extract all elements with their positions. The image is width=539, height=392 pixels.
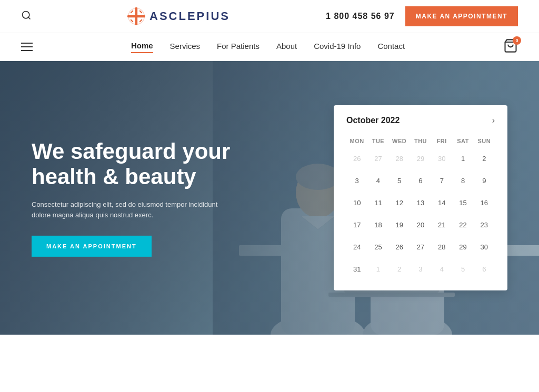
- calendar-day-number: 23: [477, 217, 492, 232]
- nav-links: Home Services For Patients About Covid-1…: [131, 41, 405, 53]
- calendar-day-number: 6: [413, 173, 428, 188]
- nav-home[interactable]: Home: [131, 41, 153, 53]
- calendar-day[interactable]: 8: [452, 169, 473, 192]
- day-sat: SAT: [452, 135, 473, 147]
- nav-services[interactable]: Services: [170, 42, 201, 53]
- calendar-day[interactable]: 15: [452, 192, 473, 214]
- calendar-day-number: 16: [477, 195, 492, 210]
- top-appointment-button[interactable]: MAKE AN APPOINTMENT: [405, 6, 518, 26]
- calendar-day-number: 11: [371, 195, 385, 210]
- calendar-day-number: 10: [350, 195, 364, 210]
- calendar-day[interactable]: 1: [367, 258, 388, 280]
- calendar-day[interactable]: 17: [346, 214, 367, 236]
- calendar-day[interactable]: 27: [367, 147, 388, 169]
- top-right: 1 800 458 56 97 MAKE AN APPOINTMENT: [326, 6, 518, 26]
- phone-number: 1 800 458 56 97: [326, 12, 395, 21]
- calendar-day[interactable]: 2: [389, 258, 410, 280]
- calendar-day-number: 4: [371, 173, 385, 188]
- hero-section: We safeguard your health & beauty Consec…: [0, 61, 539, 335]
- calendar-day-number: 25: [371, 239, 385, 254]
- calendar-day[interactable]: 3: [410, 258, 431, 280]
- hamburger-line: [21, 46, 33, 47]
- calendar-day-number: 5: [456, 262, 471, 276]
- calendar-day[interactable]: 30: [431, 147, 452, 169]
- calendar-day[interactable]: 13: [410, 192, 431, 214]
- calendar-day[interactable]: 28: [431, 236, 452, 258]
- day-thu: THU: [410, 135, 431, 147]
- hero-title: We safeguard your health & beauty: [32, 139, 284, 190]
- calendar-day[interactable]: 12: [389, 192, 410, 214]
- calendar-day[interactable]: 11: [367, 192, 388, 214]
- calendar-day[interactable]: 18: [367, 214, 388, 236]
- calendar-day-number: 29: [456, 239, 471, 254]
- calendar-day-number: 31: [350, 262, 364, 276]
- calendar-day[interactable]: 23: [474, 214, 495, 236]
- brand-name: ASCLEPIUS: [149, 9, 230, 23]
- calendar-day[interactable]: 25: [367, 236, 388, 258]
- calendar-day[interactable]: 6: [410, 169, 431, 192]
- nav-contact[interactable]: Contact: [377, 42, 405, 53]
- calendar-day[interactable]: 21: [431, 214, 452, 236]
- calendar-day-number: 24: [350, 239, 364, 254]
- calendar-day-number: 14: [434, 195, 449, 210]
- calendar-day[interactable]: 10: [346, 192, 367, 214]
- calendar-day[interactable]: 16: [474, 192, 495, 214]
- calendar-day[interactable]: 5: [452, 258, 473, 280]
- cart-badge: 0: [513, 36, 521, 45]
- calendar-day-number: 5: [392, 173, 407, 188]
- calendar-day-number: 13: [413, 195, 428, 210]
- calendar-day[interactable]: 20: [410, 214, 431, 236]
- nav-about[interactable]: About: [276, 42, 297, 53]
- calendar-day[interactable]: 5: [389, 169, 410, 192]
- calendar-day[interactable]: 4: [431, 258, 452, 280]
- calendar-day[interactable]: 6: [474, 258, 495, 280]
- calendar-day[interactable]: 2: [474, 147, 495, 169]
- nav-for-patients[interactable]: For Patients: [217, 42, 259, 53]
- nav-covid[interactable]: Covid-19 Info: [314, 42, 361, 53]
- calendar-day[interactable]: 9: [474, 169, 495, 192]
- search-icon[interactable]: [21, 10, 32, 23]
- calendar-day[interactable]: 28: [389, 147, 410, 169]
- calendar-day[interactable]: 27: [410, 236, 431, 258]
- calendar-day-number: 9: [477, 173, 492, 188]
- calendar-day[interactable]: 3: [346, 169, 367, 192]
- logo-icon: [127, 7, 145, 25]
- calendar-day[interactable]: 7: [431, 169, 452, 192]
- calendar-day-number: 12: [392, 195, 407, 210]
- calendar-day[interactable]: 29: [410, 147, 431, 169]
- calendar-day-number: 20: [413, 217, 428, 232]
- hamburger-line: [21, 43, 33, 44]
- calendar-day[interactable]: 24: [346, 236, 367, 258]
- calendar-day-number: 17: [350, 217, 364, 232]
- calendar-day[interactable]: 26: [389, 236, 410, 258]
- calendar-day[interactable]: 30: [474, 236, 495, 258]
- calendar-day[interactable]: 26: [346, 147, 367, 169]
- hero-appointment-button[interactable]: MAKE AN APPOINTMENT: [32, 236, 152, 257]
- calendar-day[interactable]: 19: [389, 214, 410, 236]
- logo: ASCLEPIUS: [127, 7, 230, 25]
- calendar-day[interactable]: 14: [431, 192, 452, 214]
- calendar-day[interactable]: 1: [452, 147, 473, 169]
- calendar-day-number: 27: [413, 239, 428, 254]
- nav-bar: Home Services For Patients About Covid-1…: [0, 33, 539, 61]
- calendar-week-row: 31123456: [346, 258, 495, 280]
- calendar-day-number: 3: [350, 173, 364, 188]
- calendar-day-number: 4: [434, 262, 449, 276]
- cart-icon[interactable]: 0: [503, 38, 518, 55]
- hamburger-menu[interactable]: [21, 43, 33, 51]
- calendar-next-button[interactable]: ›: [492, 116, 495, 125]
- calendar-day[interactable]: 4: [367, 169, 388, 192]
- calendar-day-number: 1: [371, 262, 385, 276]
- calendar-day-number: 18: [371, 217, 385, 232]
- calendar-day-number: 2: [392, 262, 407, 276]
- svg-line-1: [28, 17, 31, 19]
- calendar-week-row: 262728293012: [346, 147, 495, 169]
- calendar-day[interactable]: 31: [346, 258, 367, 280]
- calendar-week-row: 3456789: [346, 169, 495, 192]
- calendar-day-number: 27: [371, 151, 385, 166]
- calendar-week-row: 10111213141516: [346, 192, 495, 214]
- calendar-day[interactable]: 22: [452, 214, 473, 236]
- calendar-header: October 2022 ›: [346, 116, 495, 125]
- calendar-month-title: October 2022: [346, 116, 400, 125]
- calendar-day[interactable]: 29: [452, 236, 473, 258]
